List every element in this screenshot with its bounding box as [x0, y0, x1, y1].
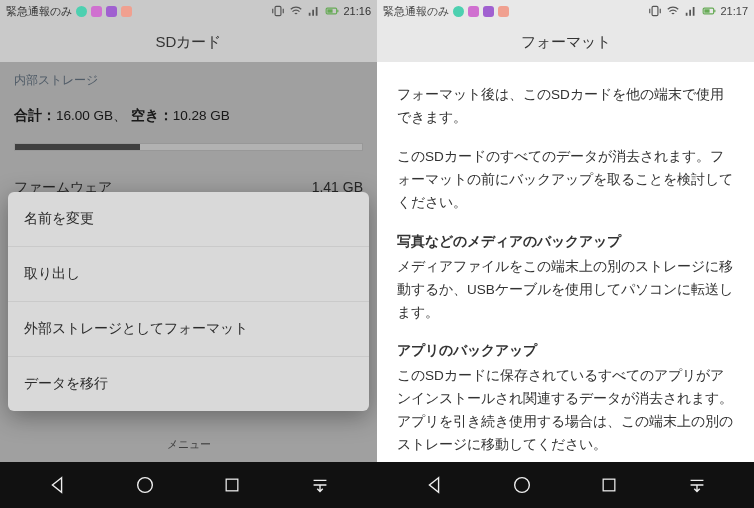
menu-item-rename[interactable]: 名前を変更	[8, 192, 369, 247]
signal-icon	[307, 4, 321, 18]
vibrate-icon	[648, 4, 662, 18]
context-menu: 名前を変更 取り出し 外部ストレージとしてフォーマット データを移行	[8, 192, 369, 411]
svg-point-4	[137, 478, 152, 493]
back-button[interactable]	[404, 470, 464, 500]
status-dot-icon	[106, 6, 117, 17]
format-intro-text: フォーマット後は、このSDカードを他の端末で使用できます。	[397, 84, 734, 130]
home-button[interactable]	[115, 470, 175, 500]
screenshot-left: 緊急通報のみ 21:16 SDカード 内部ストレージ 合計：16.00 GB、 …	[0, 0, 377, 508]
svg-point-10	[514, 478, 529, 493]
svg-rect-11	[603, 479, 615, 491]
app-backup-heading: アプリのバックアップ	[397, 340, 734, 363]
clock-label: 21:17	[720, 5, 748, 17]
screenshot-right: 緊急通報のみ 21:17 フォーマット フォーマット後は、このSDカードを他の端…	[377, 0, 754, 508]
page-title: SDカード	[0, 22, 377, 62]
svg-rect-2	[338, 10, 339, 12]
nav-bar	[0, 462, 377, 508]
content-area: 内部ストレージ 合計：16.00 GB、 空き：10.28 GB ファームウェア…	[0, 62, 377, 462]
content-area[interactable]: フォーマット後は、このSDカードを他の端末で使用できます。 このSDカードのすべ…	[377, 62, 754, 462]
status-dot-icon	[76, 6, 87, 17]
carrier-label: 緊急通報のみ	[383, 4, 449, 19]
media-backup-heading: 写真などのメディアのバックアップ	[397, 231, 734, 254]
svg-rect-8	[715, 10, 716, 12]
drawer-button[interactable]	[290, 470, 350, 500]
svg-rect-0	[276, 6, 282, 15]
status-bar: 緊急通報のみ 21:16	[0, 0, 377, 22]
wifi-icon	[666, 4, 680, 18]
svg-rect-3	[328, 9, 333, 13]
recent-button[interactable]	[579, 470, 639, 500]
drawer-button[interactable]	[667, 470, 727, 500]
app-backup-text: このSDカードに保存されているすべてのアプリがアンインストールされ関連するデータ…	[397, 365, 734, 457]
status-dot-icon	[498, 6, 509, 17]
menu-item-format-external[interactable]: 外部ストレージとしてフォーマット	[8, 302, 369, 357]
back-button[interactable]	[27, 470, 87, 500]
page-title: フォーマット	[377, 22, 754, 62]
status-dot-icon	[121, 6, 132, 17]
clock-label: 21:16	[343, 5, 371, 17]
status-dot-icon	[483, 6, 494, 17]
wifi-icon	[289, 4, 303, 18]
battery-icon	[702, 4, 716, 18]
nav-bar	[377, 462, 754, 508]
svg-rect-5	[226, 479, 238, 491]
status-dot-icon	[91, 6, 102, 17]
battery-icon	[325, 4, 339, 18]
signal-icon	[684, 4, 698, 18]
status-dot-icon	[468, 6, 479, 17]
media-backup-text: メディアファイルをこの端末上の別のストレージに移動するか、USBケーブルを使用し…	[397, 256, 734, 325]
svg-rect-6	[653, 6, 659, 15]
status-dot-icon	[453, 6, 464, 17]
vibrate-icon	[271, 4, 285, 18]
status-bar: 緊急通報のみ 21:17	[377, 0, 754, 22]
menu-item-eject[interactable]: 取り出し	[8, 247, 369, 302]
svg-rect-9	[705, 9, 710, 13]
carrier-label: 緊急通報のみ	[6, 4, 72, 19]
recent-button[interactable]	[202, 470, 262, 500]
format-warning-text: このSDカードのすべてのデータが消去されます。フォーマットの前にバックアップを取…	[397, 146, 734, 215]
home-button[interactable]	[492, 470, 552, 500]
menu-item-migrate[interactable]: データを移行	[8, 357, 369, 411]
